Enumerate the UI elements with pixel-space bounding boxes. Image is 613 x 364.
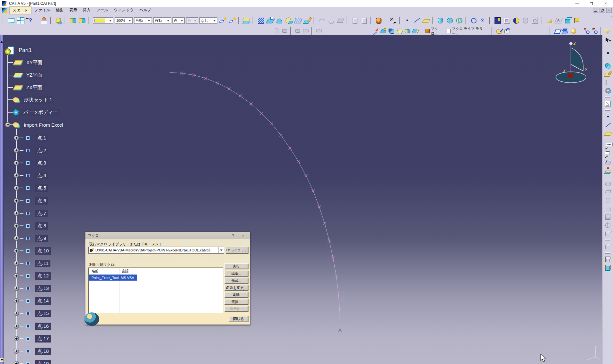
menu-item-挿入[interactable]: 挿入 [80,6,93,14]
sweep-surface-icon[interactable] [388,28,395,34]
tree-scroll-strip[interactable] [0,35,4,364]
tree-item-点.4[interactable]: 点.4 [35,172,48,179]
painter-icon[interactable] [219,17,227,25]
expand-node-icon[interactable]: + [14,273,19,278]
expand-node-icon[interactable]: + [14,185,19,190]
expand-node-icon[interactable]: + [14,336,19,341]
expand-node-icon[interactable]: + [14,236,19,241]
extrude-surface-icon[interactable] [437,17,445,25]
cylinder-surface-icon[interactable] [455,17,463,25]
tree-row[interactable]: 点.6 [26,197,48,205]
offset-surface-icon[interactable] [412,28,419,34]
tree-item-点.12[interactable]: 点.12 [35,272,51,280]
tree-row[interactable]: 点.17 [26,334,51,343]
mdi-close-button[interactable]: × [606,8,612,13]
shell-surface-icon[interactable] [285,17,293,25]
surface-pencil-icon[interactable] [303,17,311,25]
tree-row[interactable]: YZ平面 [13,71,44,79]
menu-item-表示[interactable]: 表示 [66,6,80,14]
tree-item-import-from-excel[interactable]: Import From Excel [22,122,65,128]
tree-item-点.17[interactable]: 点.17 [35,335,51,343]
tree-item-点.18[interactable]: 点.18 [35,348,51,355]
mdi-minimize-button[interactable] [593,8,598,13]
edit-macro-icon[interactable] [496,28,503,34]
datum-point-icon[interactable] [583,28,590,34]
catalog-browser-icon[interactable] [360,17,368,25]
tree-item-part1[interactable]: Part1 [17,47,34,54]
menu-item-ツール[interactable]: ツール [93,6,111,14]
expand-node-icon[interactable]: + [14,324,19,329]
shape-morphing-icon[interactable] [564,17,572,25]
tree-row[interactable]: 点.9 [26,234,48,242]
combo-dropdown-icon[interactable] [127,18,132,23]
circle-icon[interactable] [470,17,478,25]
tree-item-点.16[interactable]: 点.16 [35,323,51,330]
toolbar-overflow-chevron[interactable]: » [610,14,612,19]
multiple-extract-icon[interactable] [555,17,563,25]
net-ball-icon[interactable] [570,28,577,34]
extract-icon[interactable] [545,17,553,25]
tree-item-点.6[interactable]: 点.6 [35,197,48,205]
tree-item-点.7[interactable]: 点.7 [35,210,48,217]
plane-icon[interactable] [422,17,430,25]
revolve-surface-icon[interactable] [380,28,387,34]
extract-wedge-icon[interactable] [604,28,611,34]
render-capture-icon[interactable] [294,28,301,34]
grid-icon[interactable] [316,28,322,34]
expand-node-icon[interactable]: + [14,198,19,203]
dialog-help-button[interactable]: ? [230,233,236,238]
tree-row[interactable]: 点.12 [26,272,51,280]
open-macro-icon[interactable] [504,28,511,34]
expand-node-icon[interactable]: + [14,311,19,316]
expand-node-icon[interactable]: + [14,261,19,266]
dialog-close-icon[interactable]: × [240,233,246,238]
customize-tools-icon[interactable] [55,17,63,25]
tree-row[interactable]: 点.16 [26,322,51,330]
tree-item-4[interactable]: 形状セット.1 [22,96,54,104]
tree-item-点.3[interactable]: 点.3 [35,159,48,167]
tree-row[interactable]: 点.8 [26,222,48,230]
line-type-combo[interactable]: 自動 [153,17,171,24]
redo-icon[interactable] [327,17,335,25]
menu-item-ヘルプ[interactable]: ヘルプ [136,6,154,14]
combo-dropdown-icon[interactable] [146,18,152,23]
tree-item-3[interactable]: ZX平面 [24,84,44,91]
macros-button[interactable]: マクロ... [425,26,445,36]
sphere-surface-icon[interactable] [446,17,454,25]
combo-dropdown-icon[interactable] [179,18,184,23]
expand-node-icon[interactable]: + [14,211,19,216]
tree-row[interactable]: 点.19 [26,360,51,364]
menu-item-ファイル[interactable]: ファイル [31,6,53,14]
combo-dropdown-icon[interactable] [108,18,113,23]
point-style-combo[interactable]: 自 [172,17,185,24]
expand-node-icon[interactable]: + [14,361,19,364]
tree-item-点.11[interactable]: 点.11 [35,260,50,267]
menu-item-ウィンドウ[interactable]: ウィンドウ [111,6,136,14]
window-close-button[interactable]: × [599,0,613,7]
expand-node-icon[interactable]: + [14,248,19,253]
tree-row[interactable]: パーツボディー [13,108,60,116]
tree-item-点.14[interactable]: 点.14 [35,297,51,305]
expand-node-icon[interactable]: + [14,148,19,153]
macro-dialog-titlebar[interactable]: マクロ ? × [85,232,250,239]
catalog-icon[interactable] [351,17,359,25]
tree-row[interactable]: 点.4 [26,171,48,180]
combo-dropdown-icon[interactable] [193,18,198,23]
expand-node-icon[interactable]: + [14,173,19,178]
hatch-plane-icon[interactable] [294,17,302,25]
tree-item-点.2[interactable]: 点.2 [35,147,48,154]
datum-point-2-icon[interactable] [591,28,598,34]
scroll-down-button[interactable] [0,358,4,362]
tree-row[interactable]: Import From Excel [13,121,65,129]
sketcher-icon[interactable] [389,17,397,25]
blend-surface-icon[interactable] [404,28,411,34]
expand-node-icon[interactable]: + [14,135,19,140]
tree-row[interactable]: 点.7 [26,209,48,217]
tree-item-点.15[interactable]: 点.15 [35,310,51,317]
combo-dropdown-icon[interactable] [166,18,171,23]
window-maximize-button[interactable] [584,0,599,7]
tree-row[interactable]: 形状セット.1 [13,96,54,104]
picture-icon[interactable] [281,28,288,34]
fill-surface-icon[interactable] [396,28,403,34]
expand-node-icon[interactable]: + [14,223,19,228]
